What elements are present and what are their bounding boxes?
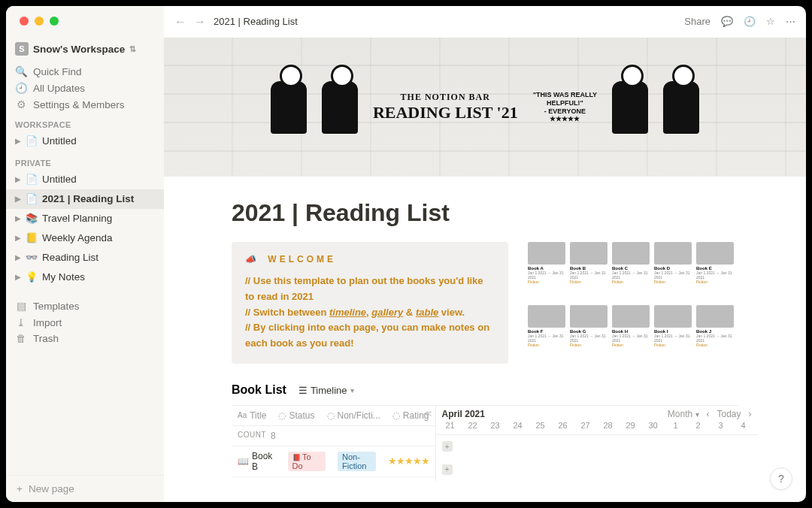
chevron-right-icon[interactable]: ▶ — [14, 171, 23, 188]
timeline-month-label: April 2021 — [442, 409, 668, 419]
gallery-card[interactable]: Book BJan 1 2021 → Jan 31 2021Fiction — [570, 242, 607, 301]
gallery-card[interactable]: Book IJan 1 2021 → Jan 31 2021Fiction — [654, 305, 692, 364]
gallery-card-dates: Jan 1 2021 → Jan 31 2021 — [696, 334, 734, 343]
quick-find-button[interactable]: 🔍 Quick Find — [6, 63, 164, 80]
chevron-right-icon[interactable]: ▶ — [14, 133, 23, 150]
nav-forward-button[interactable]: → — [194, 15, 206, 29]
templates-button[interactable]: ▤ Templates — [6, 298, 164, 314]
share-button[interactable]: Share — [684, 16, 710, 27]
page-cover[interactable]: THE NOTION BAR READING LIST '21 "THIS WA… — [164, 38, 806, 177]
gallery-card-dates: Jan 1 2021 → Jan 31 2021 — [528, 271, 565, 280]
sidebar-page-item[interactable]: ▶📄2021 | Reading List — [6, 189, 164, 209]
settings-label: Settings & Members — [33, 99, 125, 110]
page-icon: 📄 — [26, 171, 39, 188]
gallery-card-dates: Jan 1 2021 → Jan 31 2021 — [654, 271, 692, 280]
settings-button[interactable]: ⚙ Settings & Members — [6, 96, 164, 113]
minimize-window-button[interactable] — [35, 17, 44, 26]
sidebar-page-item[interactable]: ▶📚Travel Planning — [6, 209, 164, 228]
timeline-date: 4 — [732, 421, 755, 430]
page-icon: 📄 — [26, 191, 39, 207]
gallery-thumbnail — [612, 242, 650, 265]
select-property-icon: ◌ — [278, 410, 286, 421]
chevron-down-icon: ▾ — [695, 410, 699, 419]
timeline-add-button[interactable]: + — [442, 441, 453, 452]
close-window-button[interactable] — [20, 17, 29, 26]
chevron-right-icon[interactable]: ▶ — [14, 210, 23, 227]
column-header-status[interactable]: ◌Status — [272, 406, 320, 425]
workspace-switcher[interactable]: S Snow's Workspace ⇅ — [6, 39, 164, 63]
gallery-card[interactable]: Book CJan 1 2021 → Jan 31 2021Fiction — [612, 242, 650, 301]
table-row[interactable]: 📖Book B 📕 To Do Non-Fiction ★★★★★ — [232, 446, 435, 477]
sidebar-page-item[interactable]: ▶👓Reading List — [6, 248, 164, 268]
cover-illustration-person — [271, 81, 307, 134]
welcome-callout[interactable]: 📣 WELCOME // Use this template to plan o… — [232, 242, 508, 364]
column-header-nonfic[interactable]: ◌Non/Ficti... — [321, 406, 386, 425]
new-page-button[interactable]: + New page — [6, 475, 164, 502]
callout-body: // Use this template to plan out the boo… — [245, 274, 495, 352]
gallery-thumbnail — [528, 242, 565, 265]
traffic-lights — [20, 17, 59, 26]
view-selector[interactable]: ☰ Timeline ▾ — [294, 383, 359, 398]
chevron-right-icon[interactable]: ▶ — [14, 249, 23, 266]
import-button[interactable]: ⤓ Import — [6, 314, 164, 331]
breadcrumb[interactable]: 2021 | Reading List — [214, 16, 298, 27]
sidebar-page-item[interactable]: ▶📒Weekly Agenda — [6, 228, 164, 248]
column-header-rating[interactable]: ◌Rating ≪ — [386, 406, 435, 425]
maximize-window-button[interactable] — [50, 17, 59, 26]
trash-button[interactable]: 🗑 Trash — [6, 331, 164, 346]
sidebar-page-item[interactable]: ▶💡My Notes — [6, 268, 164, 287]
timeline-date: 24 — [507, 421, 529, 430]
database-title[interactable]: Book List — [232, 383, 286, 397]
gallery-card[interactable]: Book GJan 1 2021 → Jan 31 2021Fiction — [570, 305, 607, 364]
page-title[interactable]: 2021 | Reading List — [232, 199, 738, 227]
more-icon[interactable]: ⋯ — [786, 16, 795, 27]
gallery-card[interactable]: Book EJan 1 2021 → Jan 31 2021Fiction — [696, 242, 734, 301]
gallery-thumbnail — [654, 305, 692, 328]
favorite-icon[interactable]: ☆ — [766, 16, 775, 27]
gallery-card-dates: Jan 1 2021 → Jan 31 2021 — [570, 334, 607, 343]
collapse-table-button[interactable]: ≪ — [423, 409, 432, 419]
timeline-next-button[interactable]: › — [749, 409, 752, 419]
nav-back-button[interactable]: ← — [174, 15, 186, 29]
gallery-card[interactable]: Book JJan 1 2021 → Jan 31 2021Fiction — [696, 305, 734, 364]
category-badge: Non-Fiction — [338, 452, 376, 471]
timeline-date: 27 — [574, 421, 597, 430]
gallery-thumbnail — [696, 242, 734, 265]
page-icon: 👓 — [26, 249, 39, 266]
callout-heading: WELCOME — [268, 254, 336, 265]
app-window: S Snow's Workspace ⇅ 🔍 Quick Find 🕘 All … — [6, 6, 806, 502]
status-badge: 📕 To Do — [288, 452, 326, 471]
chevron-right-icon[interactable]: ▶ — [14, 191, 23, 207]
plus-icon: + — [17, 483, 23, 494]
comments-icon[interactable]: 💬 — [721, 16, 733, 27]
sidebar-page-item[interactable]: ▶📄Untitled — [6, 170, 164, 189]
gallery-card[interactable]: Book DJan 1 2021 → Jan 31 2021Fiction — [654, 242, 692, 301]
timeline-add-button[interactable]: + — [442, 464, 453, 475]
timeline-date: 3 — [710, 421, 732, 430]
updates-icon[interactable]: 🕘 — [744, 16, 756, 27]
gallery-preview[interactable]: Book AJan 1 2021 → Jan 31 2021FictionBoo… — [528, 242, 738, 364]
templates-label: Templates — [33, 301, 80, 312]
timeline-today-button[interactable]: Today — [717, 409, 741, 419]
sidebar-page-item[interactable]: ▶📄Untitled — [6, 132, 164, 151]
chevron-right-icon[interactable]: ▶ — [14, 269, 23, 286]
timeline-prev-button[interactable]: ‹ — [707, 409, 710, 419]
gallery-card[interactable]: Book FJan 1 2021 → Jan 31 2021Fiction — [528, 305, 565, 364]
sidebar: S Snow's Workspace ⇅ 🔍 Quick Find 🕘 All … — [6, 6, 164, 502]
timeline-panel: AaTitle ◌Status ◌Non/Ficti... ◌Rating ≪ … — [232, 405, 738, 481]
column-header-title[interactable]: AaTitle — [232, 406, 272, 425]
all-updates-button[interactable]: 🕘 All Updates — [6, 80, 164, 96]
page-icon: 📒 — [26, 230, 39, 246]
megaphone-icon: 📣 — [245, 254, 256, 265]
help-button[interactable]: ? — [770, 467, 792, 490]
gallery-card[interactable]: Book HJan 1 2021 → Jan 31 2021Fiction — [612, 305, 650, 364]
timeline-date: 28 — [597, 421, 620, 430]
chevron-right-icon[interactable]: ▶ — [14, 230, 23, 246]
timeline-date: 2 — [687, 421, 710, 430]
page-label: Untitled — [42, 133, 77, 150]
gallery-card[interactable]: Book AJan 1 2021 → Jan 31 2021Fiction — [528, 242, 565, 301]
clock-icon: 🕘 — [15, 82, 27, 94]
text-property-icon: Aa — [238, 411, 247, 419]
timeline-scale-selector[interactable]: Month ▾ — [668, 409, 699, 419]
page-label: My Notes — [42, 269, 85, 286]
